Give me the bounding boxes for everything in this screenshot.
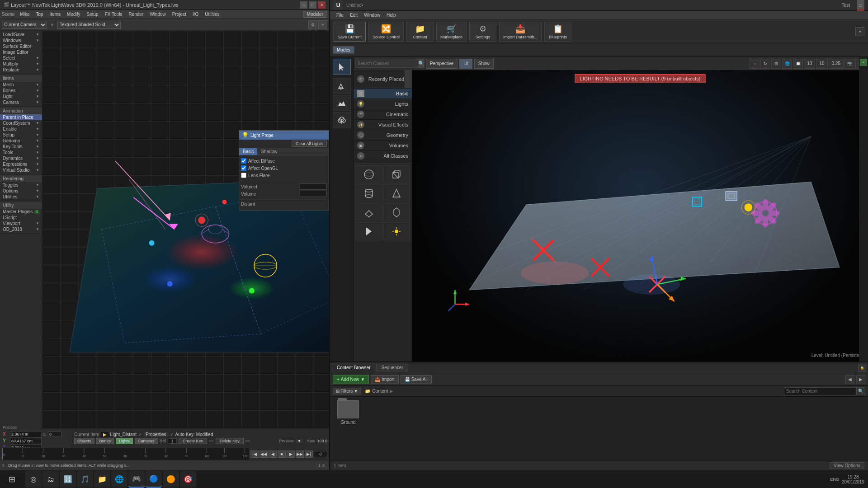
affect-diffuse-checkbox[interactable] (241, 158, 246, 164)
create-key-btn[interactable]: Create Key (179, 438, 207, 444)
lp-tab-basic[interactable]: Basic (239, 148, 257, 155)
lw-sidebar-od2018[interactable]: OD_2018 ▼ (0, 226, 42, 232)
cylinder-primitive[interactable] (355, 184, 382, 202)
ue-place-foliage-icon[interactable] (333, 112, 351, 128)
place-cat-lights[interactable]: 💡 Lights (354, 99, 412, 109)
lw-sidebar-multiply[interactable]: Multiply ▼ (0, 61, 42, 67)
lw-sidebar-enable[interactable]: Enable ▼ (0, 126, 42, 132)
taskbar-lw-app[interactable]: 🔵 (146, 471, 162, 488)
lw-menu-setup[interactable]: Setup (84, 11, 101, 17)
lw-menu-render[interactable]: Render (126, 11, 146, 17)
goto-end-btn[interactable]: ▶| (305, 450, 313, 458)
lw-sidebar-mesh[interactable]: Mesh ▼ (0, 82, 42, 88)
lw-menu-modify[interactable]: Modify (64, 11, 83, 17)
ue-maximize-btn[interactable]: □ (857, 2, 864, 9)
cb-add-new-btn[interactable]: + Add New ▼ (333, 375, 369, 384)
plane-primitive[interactable] (355, 203, 382, 221)
cb-tab-content-browser[interactable]: Content Browser (332, 364, 375, 371)
x-coord-input[interactable] (10, 431, 42, 437)
ue-place-landscape-icon[interactable] (333, 95, 351, 111)
lw-sidebar-loadsave[interactable]: Load/Save ▼ (0, 32, 42, 38)
volumet-input[interactable] (300, 183, 327, 190)
bones-btn[interactable]: Bones (96, 438, 114, 444)
lw-sidebar-surface-editor[interactable]: Surface Editor (0, 43, 42, 49)
lw-minimize-btn[interactable]: ─ (300, 1, 307, 9)
place-cat-geometry[interactable]: ⬡ Geometry (354, 130, 412, 141)
ue-save-current-btn[interactable]: 💾 Save Current (334, 22, 366, 42)
brush-primitive[interactable] (383, 203, 410, 221)
lw-menu-window[interactable]: Window (147, 11, 169, 17)
taskbar-calc-app[interactable]: 🔢 (60, 471, 76, 488)
place-cat-all-classes[interactable]: ≡ All Classes (354, 151, 412, 161)
ue-datasmith-btn[interactable]: 📥 Import Datasmith... (499, 22, 542, 42)
lw-sidebar-virtual-studio[interactable]: Virtual Studio ▼ (0, 167, 42, 173)
cb-folder-ground[interactable]: Ground (334, 400, 363, 425)
lw-sidebar-tools[interactable]: Tools ▼ (0, 150, 42, 155)
vp-camera-speed-btn[interactable]: 📷 (844, 59, 854, 69)
taskbar-epic-app[interactable]: 🎮 (128, 471, 145, 488)
cb-save-all-btn[interactable]: 💾 Save All (401, 375, 432, 384)
lw-sidebar-dynamics[interactable]: Dynamics ▼ (0, 155, 42, 161)
lw-sidebar-master-plugins[interactable]: Master Plugins 0 (0, 209, 42, 215)
prev-frame-btn[interactable]: ◀◀ (259, 450, 268, 458)
taskbar-explorer-app[interactable]: 📁 (94, 471, 110, 488)
lw-menu-io[interactable]: I/O (190, 11, 201, 17)
lw-render-mode-select[interactable]: Textured Shaded Solid (57, 21, 121, 29)
frame-input[interactable] (314, 451, 327, 457)
ue-menu-file[interactable]: File (334, 12, 346, 18)
clear-all-lights-btn[interactable]: Clear All Lights (292, 141, 327, 147)
box-primitive[interactable] (383, 165, 410, 183)
ue-marketplace-btn[interactable]: 🛒 Marketplace (436, 22, 467, 42)
cb-lock-btn[interactable]: 🔒 (858, 364, 866, 372)
ue-right-icon-1[interactable]: + (860, 59, 867, 66)
play-reverse-btn[interactable]: ◀ (269, 450, 277, 458)
lw-sidebar-light[interactable]: Light ▼ (0, 94, 42, 99)
timeline-scrubber[interactable]: 0 10 20 30 40 50 60 (2, 448, 250, 460)
lw-sidebar-utilities[interactable]: Utilities ▼ (0, 194, 42, 200)
lw-maximize-btn[interactable]: □ (309, 1, 316, 9)
volume-input[interactable] (300, 191, 327, 197)
ue-perspective-btn[interactable]: Perspective (426, 59, 458, 69)
lw-viewport-btn-2[interactable]: + (318, 20, 327, 29)
lw-modeler-btn[interactable]: Modeler (303, 11, 327, 18)
cb-search-btn[interactable]: 🔍 (856, 387, 865, 395)
ue-source-control-btn[interactable]: 🔀 Source Control (368, 22, 404, 42)
next-frame-btn[interactable]: ▶▶ (296, 450, 304, 458)
place-cat-visual-effects[interactable]: ✨ Visual Effects (354, 120, 412, 130)
vp-world-btn[interactable]: 🌐 (782, 59, 792, 69)
place-search-input[interactable] (355, 59, 417, 68)
ue-lit-btn[interactable]: Lit (459, 59, 472, 69)
cb-filters-btn[interactable]: ⊞ Filters ▼ (333, 388, 361, 394)
lw-menu-fxtools[interactable]: FX Tools (102, 11, 125, 17)
lw-sidebar-image-editor[interactable]: Image Editor (0, 49, 42, 55)
ue-content-btn[interactable]: 📁 Content (406, 22, 434, 42)
place-cat-volumes[interactable]: ▣ Volumes (354, 141, 412, 151)
lw-menu-items[interactable]: Items (47, 11, 63, 17)
ue-blueprints-btn[interactable]: 📋 Blueprints (544, 22, 571, 42)
lp-tab-shadow[interactable]: Shadow (257, 148, 281, 155)
stop-btn[interactable]: ■ (278, 450, 286, 458)
lw-viewport[interactable]: 💡 Light Prope Clear All Lights Basic Sha… (42, 31, 329, 428)
ue-menu-window[interactable]: Window (361, 12, 383, 18)
ue-settings-btn[interactable]: ⚙ Settings (469, 22, 496, 42)
taskbar-ue-app[interactable]: 🟠 (163, 471, 179, 488)
lw-sidebar-setup[interactable]: Setup ▼ (0, 132, 42, 138)
lw-viewport-btn-1[interactable]: ⚙ (308, 20, 317, 29)
cb-tab-sequencer[interactable]: Sequencer (376, 364, 408, 371)
lw-camera-select[interactable]: Current Camera (2, 21, 47, 29)
goto-start-btn[interactable]: |◀ (250, 450, 259, 458)
sphere-primitive[interactable] (355, 165, 382, 183)
delete-key-btn[interactable]: Delete Key (216, 438, 244, 444)
cb-forward-btn[interactable]: ▶ (856, 375, 865, 384)
taskbar-media-app[interactable]: 🎵 (77, 471, 93, 488)
vp-surface-snapping-btn[interactable]: 🔲 (793, 59, 803, 69)
lens-flare-checkbox[interactable] (241, 173, 246, 178)
taskbar-search-btn[interactable]: ◎ (25, 471, 42, 488)
vp-scale-btn[interactable]: ⊞ (771, 59, 781, 69)
cb-search-input[interactable] (784, 387, 856, 395)
taskbar-extra-app[interactable]: 🎯 (180, 471, 196, 488)
play-btn[interactable]: ▶ (287, 450, 295, 458)
lw-sidebar-coordsystem[interactable]: CoordSystem ▼ (0, 120, 42, 126)
x-frame-input[interactable] (48, 432, 61, 437)
lw-sidebar-bones[interactable]: Bones ▼ (0, 88, 42, 94)
